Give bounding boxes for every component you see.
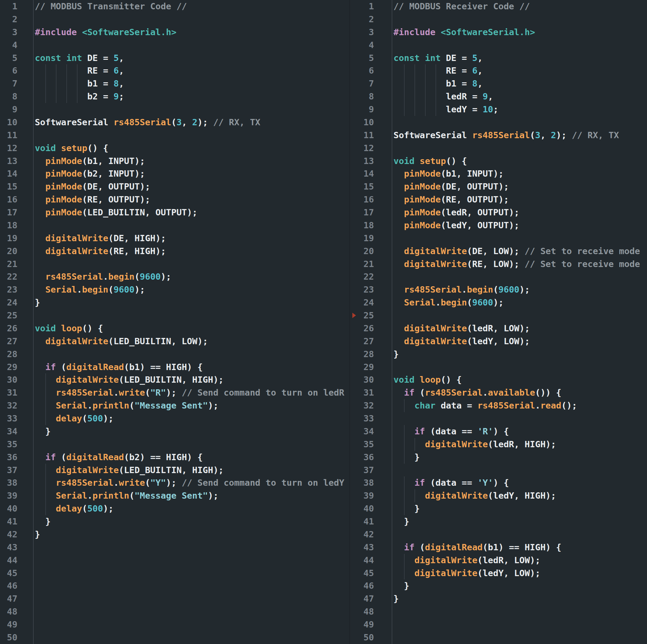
line-number[interactable]: 8: [0, 90, 33, 103]
line-number[interactable]: 2: [350, 13, 392, 26]
code-line[interactable]: [392, 39, 647, 52]
code-line[interactable]: if (digitalRead(b1) == HIGH) {: [392, 541, 647, 554]
line-number[interactable]: 11: [0, 129, 33, 142]
code-line[interactable]: [392, 361, 647, 374]
code-line[interactable]: rs485Serial.begin(9600);: [392, 283, 647, 296]
line-number[interactable]: 43: [350, 541, 392, 554]
code-line[interactable]: digitalWrite(LED_BUILTIN, HIGH);: [33, 373, 350, 386]
line-number[interactable]: 28: [0, 348, 33, 361]
code-line[interactable]: digitalWrite(DE, HIGH);: [33, 232, 350, 245]
code-line[interactable]: [33, 348, 350, 361]
code-line[interactable]: void setup() {: [392, 155, 647, 167]
code-line[interactable]: delay(500);: [33, 502, 350, 515]
code-line[interactable]: digitalWrite(ledR, LOW);: [392, 554, 647, 567]
code-line[interactable]: [392, 605, 647, 618]
code-line[interactable]: }: [392, 348, 647, 361]
line-number[interactable]: 19: [0, 232, 33, 245]
code-line[interactable]: ledR = 9,: [392, 90, 647, 103]
code-line[interactable]: digitalWrite(ledY, HIGH);: [392, 489, 647, 502]
code-line[interactable]: [392, 232, 647, 245]
code-line[interactable]: rs485Serial.begin(9600);: [33, 270, 350, 283]
code-line[interactable]: [33, 605, 350, 618]
line-number[interactable]: 6: [0, 64, 33, 77]
line-number[interactable]: 32: [350, 399, 392, 412]
line-number[interactable]: 49: [350, 618, 392, 631]
code-line[interactable]: rs485Serial.write("R"); // Send command …: [33, 386, 350, 399]
line-number[interactable]: 41: [350, 515, 392, 528]
code-line[interactable]: digitalWrite(ledY, LOW);: [392, 335, 647, 348]
line-number[interactable]: 38: [0, 477, 33, 489]
line-number-gutter[interactable]: 1234567891011121314151617181920212223242…: [350, 0, 392, 644]
code-line[interactable]: [392, 631, 647, 644]
code-line[interactable]: char data = rs485Serial.read();: [392, 399, 647, 412]
code-line[interactable]: rs485Serial.write("Y"); // Send command …: [33, 477, 350, 489]
line-number[interactable]: 40: [350, 502, 392, 515]
code-line[interactable]: }: [392, 579, 647, 592]
line-number[interactable]: 31: [350, 386, 392, 399]
code-line[interactable]: #include <SoftwareSerial.h>: [392, 26, 647, 39]
line-number[interactable]: 12: [350, 142, 392, 155]
line-number[interactable]: 45: [0, 567, 33, 580]
line-number[interactable]: 14: [0, 167, 33, 180]
code-line[interactable]: digitalWrite(RE, HIGH);: [33, 245, 350, 258]
line-number[interactable]: 37: [0, 464, 33, 477]
line-number[interactable]: 35: [0, 438, 33, 451]
line-number[interactable]: 5: [0, 52, 33, 65]
line-number[interactable]: 4: [350, 39, 392, 52]
code-line[interactable]: [392, 464, 647, 477]
line-number[interactable]: 5: [350, 52, 392, 65]
line-number[interactable]: 17: [0, 206, 33, 219]
line-number[interactable]: 25: [350, 309, 392, 322]
line-number[interactable]: 39: [350, 489, 392, 502]
code-line[interactable]: [33, 438, 350, 451]
code-line[interactable]: pinMode(RE, OUTPUT);: [392, 193, 647, 206]
code-line[interactable]: [33, 103, 350, 116]
code-line[interactable]: digitalWrite(LED_BUILTIN, LOW);: [33, 335, 350, 348]
line-number[interactable]: 40: [0, 502, 33, 515]
code-line[interactable]: if (data == 'Y') {: [392, 477, 647, 489]
line-number[interactable]: 7: [0, 77, 33, 90]
line-number[interactable]: 11: [350, 129, 392, 142]
code-line[interactable]: [33, 554, 350, 567]
line-number[interactable]: 33: [350, 412, 392, 425]
line-number[interactable]: 1: [0, 0, 33, 13]
line-number[interactable]: 30: [0, 373, 33, 386]
line-number[interactable]: 20: [0, 245, 33, 258]
line-number[interactable]: 36: [0, 451, 33, 464]
line-number[interactable]: 43: [0, 541, 33, 554]
line-number[interactable]: 48: [0, 605, 33, 618]
code-line[interactable]: [392, 270, 647, 283]
code-line[interactable]: if (digitalRead(b2) == HIGH) {: [33, 451, 350, 464]
code-line[interactable]: pinMode(b1, INPUT);: [392, 167, 647, 180]
line-number[interactable]: 17: [350, 206, 392, 219]
line-number[interactable]: 42: [0, 528, 33, 541]
code-line[interactable]: Serial.begin(9600);: [33, 283, 350, 296]
line-number[interactable]: 23: [350, 283, 392, 296]
line-number[interactable]: 24: [0, 296, 33, 309]
line-number[interactable]: 16: [350, 193, 392, 206]
code-line[interactable]: Serial.println("Message Sent");: [33, 489, 350, 502]
code-line[interactable]: digitalWrite(ledY, LOW);: [392, 567, 647, 580]
line-number[interactable]: 50: [0, 631, 33, 644]
line-number[interactable]: 48: [350, 605, 392, 618]
line-number[interactable]: 16: [0, 193, 33, 206]
line-number[interactable]: 10: [0, 116, 33, 129]
line-number[interactable]: 6: [350, 64, 392, 77]
code-line[interactable]: }: [33, 515, 350, 528]
editor-pane-transmitter[interactable]: 1234567891011121314151617181920212223242…: [0, 0, 350, 644]
line-number[interactable]: 46: [0, 579, 33, 592]
code-line[interactable]: if (digitalRead(b1) == HIGH) {: [33, 361, 350, 374]
code-line[interactable]: SoftwareSerial rs485Serial(3, 2); // RX,…: [392, 129, 647, 142]
code-line[interactable]: [392, 528, 647, 541]
code-line[interactable]: ledY = 10;: [392, 103, 647, 116]
line-number[interactable]: 47: [350, 592, 392, 605]
code-line[interactable]: [392, 116, 647, 129]
line-number[interactable]: 29: [0, 361, 33, 374]
line-number[interactable]: 22: [0, 270, 33, 283]
line-number[interactable]: 34: [0, 425, 33, 438]
line-number[interactable]: 44: [350, 554, 392, 567]
line-number[interactable]: 21: [350, 258, 392, 271]
line-number[interactable]: 29: [350, 361, 392, 374]
code-line[interactable]: delay(500);: [33, 412, 350, 425]
line-number[interactable]: 23: [0, 283, 33, 296]
